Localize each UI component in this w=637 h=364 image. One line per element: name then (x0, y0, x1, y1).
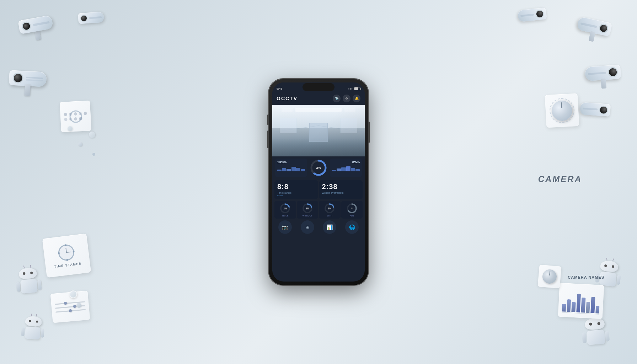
small-stat-times: 2% TIMES (274, 201, 296, 219)
android-bot-right-bottom (584, 317, 606, 345)
metric-without: 2:38 Without overmatout (319, 180, 363, 199)
small-stat-without: 2% WITHOUT (297, 201, 318, 219)
small-knob-card (537, 264, 561, 288)
stat-left-bars (277, 165, 305, 171)
stat-right-value: 8:5% (332, 160, 360, 164)
dot-pattern-card (60, 101, 91, 132)
deco-circle-5 (69, 290, 77, 298)
knob-card-right (545, 93, 579, 128)
camera-feed (272, 105, 365, 156)
btn-camera[interactable]: 📷 (278, 220, 292, 234)
metric-without-value: 2:38 (322, 183, 360, 191)
stat-left: 13:3% (275, 159, 307, 177)
android-bot-left (18, 267, 38, 294)
stat-right: 8:5% (330, 159, 362, 177)
camera-tr1 (575, 16, 612, 45)
deco-circle-4 (68, 126, 73, 131)
small-stat-adj: ≡ ADJ (341, 201, 363, 219)
metric-without-label: Without overmatout (322, 192, 360, 194)
camera-tl2 (78, 12, 104, 24)
android-bot-left-bottom (24, 316, 42, 339)
phone: 9:41 ●●● OCCTV 📡 ⚙ 🔔 (269, 79, 368, 285)
timestamps-card: TIME STAMPS (42, 234, 91, 278)
wifi-icon[interactable]: 📡 (333, 95, 341, 102)
stat-right-bars (332, 165, 360, 171)
deco-circle-2 (78, 142, 82, 146)
phone-container: 9:41 ●●● OCCTV 📡 ⚙ 🔔 (269, 79, 368, 285)
camera-label: CAMERA (538, 174, 582, 184)
phone-notch (303, 83, 334, 91)
small-stat-adj-label: ADJ (342, 215, 362, 217)
timestamps-label: TIME STAMPS (54, 262, 82, 268)
btn-stats[interactable]: 📊 (323, 220, 336, 234)
small-stat-without-label: WITHOUT (298, 215, 317, 217)
deco-circle-6 (76, 303, 81, 308)
center-gauge: 3% (308, 159, 329, 177)
camera-names-label: CAMERA NAMES (568, 275, 604, 279)
camera-tl1 (18, 15, 55, 43)
deco-circle-3 (92, 153, 95, 156)
chart-card (558, 283, 604, 319)
app-title: OCCTV (277, 96, 298, 101)
stat-left-value: 13:3% (277, 160, 305, 164)
main-scene: TIME STAMPS (0, 0, 637, 364)
metric-timestamps: 8:8 Time stamps Online (274, 180, 318, 199)
btn-network[interactable]: 🌐 (345, 220, 359, 234)
small-stat-with: 2% WITH (319, 201, 341, 219)
small-stat-with-label: WITH (320, 215, 339, 217)
android-bot-right (598, 260, 619, 287)
camera-tr2 (517, 7, 547, 22)
metric-timestamps-label: Time stamps (277, 192, 315, 194)
metric-timestamps-value: 8:8 (277, 183, 315, 191)
deco-circle-1 (89, 132, 95, 138)
camera-r2 (580, 102, 611, 117)
camera-r1 (585, 65, 622, 90)
camera-l (8, 70, 47, 96)
phone-screen: 9:41 ●●● OCCTV 📡 ⚙ 🔔 (272, 82, 365, 282)
small-stat-times-label: TIMES (275, 215, 295, 217)
btn-grid[interactable]: ⊞ (301, 220, 314, 234)
notification-icon[interactable]: 🔔 (353, 95, 360, 102)
settings-icon[interactable]: ⚙ (343, 95, 350, 102)
